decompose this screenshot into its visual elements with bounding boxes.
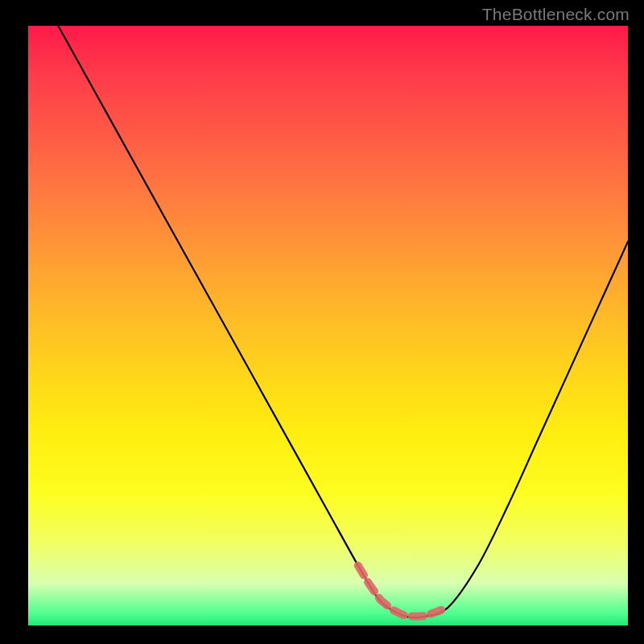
optimal-band-marker xyxy=(358,566,448,617)
bottleneck-curve-svg xyxy=(28,26,628,625)
watermark-text: TheBottleneck.com xyxy=(482,5,630,24)
chart-frame: TheBottleneck.com xyxy=(0,0,644,644)
bottleneck-curve xyxy=(58,26,628,617)
plot-area xyxy=(28,26,628,625)
